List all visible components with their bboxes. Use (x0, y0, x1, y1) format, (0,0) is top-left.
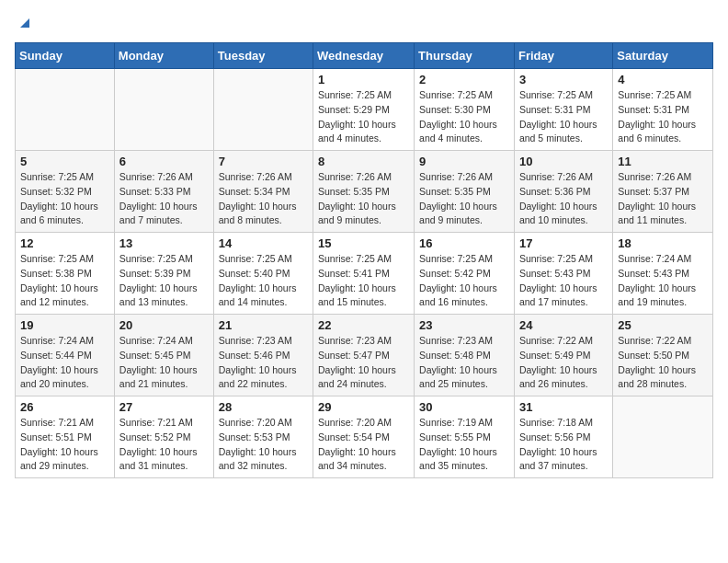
sunrise-text: Sunrise: 7:22 AM (618, 334, 708, 349)
weekday-header: Monday (114, 43, 213, 69)
sunrise-text: Sunrise: 7:26 AM (519, 170, 608, 185)
daylight-text: Daylight: 10 hours and 14 minutes. (219, 282, 308, 311)
daylight-text: Daylight: 10 hours and 9 minutes. (318, 200, 409, 229)
sunrise-text: Sunrise: 7:21 AM (119, 416, 209, 431)
day-number: 16 (419, 236, 509, 250)
day-info: Sunrise: 7:20 AMSunset: 5:54 PMDaylight:… (318, 416, 409, 474)
calendar-cell: 3Sunrise: 7:25 AMSunset: 5:31 PMDaylight… (514, 69, 612, 151)
sunset-text: Sunset: 5:44 PM (20, 349, 109, 363)
daylight-text: Daylight: 10 hours and 16 minutes. (419, 282, 509, 311)
sunset-text: Sunset: 5:30 PM (419, 103, 509, 118)
day-number: 6 (119, 155, 209, 168)
daylight-text: Daylight: 10 hours and 17 minutes. (519, 282, 608, 311)
day-info: Sunrise: 7:21 AMSunset: 5:51 PMDaylight:… (20, 416, 109, 474)
daylight-text: Daylight: 10 hours and 34 minutes. (318, 445, 409, 475)
calendar-cell (613, 396, 713, 478)
day-info: Sunrise: 7:24 AMSunset: 5:45 PMDaylight:… (119, 334, 209, 392)
day-number: 25 (618, 318, 708, 332)
weekday-header: Tuesday (213, 43, 313, 69)
calendar-cell: 28Sunrise: 7:20 AMSunset: 5:53 PMDayligh… (213, 396, 313, 478)
sunrise-text: Sunrise: 7:25 AM (318, 252, 409, 267)
day-number: 9 (419, 155, 509, 168)
sunset-text: Sunset: 5:29 PM (318, 103, 409, 118)
sunset-text: Sunset: 5:32 PM (20, 185, 109, 200)
daylight-text: Daylight: 10 hours and 4 minutes. (318, 118, 409, 147)
sunrise-text: Sunrise: 7:26 AM (419, 170, 509, 185)
daylight-text: Daylight: 10 hours and 21 minutes. (119, 363, 209, 393)
calendar-week-row: 26Sunrise: 7:21 AMSunset: 5:51 PMDayligh… (16, 396, 713, 478)
calendar-cell: 25Sunrise: 7:22 AMSunset: 5:50 PMDayligh… (613, 315, 713, 396)
calendar-cell: 14Sunrise: 7:25 AMSunset: 5:40 PMDayligh… (213, 233, 313, 315)
day-info: Sunrise: 7:26 AMSunset: 5:37 PMDaylight:… (618, 170, 708, 228)
day-number: 26 (20, 400, 109, 414)
day-number: 18 (618, 236, 708, 250)
day-number: 14 (219, 236, 308, 250)
calendar-cell: 31Sunrise: 7:18 AMSunset: 5:56 PMDayligh… (514, 396, 612, 478)
day-number: 21 (219, 318, 308, 332)
daylight-text: Daylight: 10 hours and 26 minutes. (519, 363, 608, 393)
sunset-text: Sunset: 5:52 PM (119, 431, 209, 445)
calendar-cell: 22Sunrise: 7:23 AMSunset: 5:47 PMDayligh… (313, 315, 415, 396)
daylight-text: Daylight: 10 hours and 10 minutes. (519, 200, 608, 229)
calendar-cell: 19Sunrise: 7:24 AMSunset: 5:44 PMDayligh… (16, 315, 115, 396)
calendar-table: SundayMondayTuesdayWednesdayThursdayFrid… (15, 42, 713, 478)
daylight-text: Daylight: 10 hours and 32 minutes. (219, 445, 308, 475)
sunrise-text: Sunrise: 7:26 AM (219, 170, 308, 185)
weekday-header: Thursday (415, 43, 515, 69)
svg-marker-0 (20, 18, 29, 28)
day-info: Sunrise: 7:21 AMSunset: 5:52 PMDaylight:… (119, 416, 209, 474)
day-info: Sunrise: 7:26 AMSunset: 5:33 PMDaylight:… (119, 170, 209, 228)
daylight-text: Daylight: 10 hours and 4 minutes. (419, 118, 509, 147)
calendar-cell (114, 69, 213, 151)
calendar-cell: 15Sunrise: 7:25 AMSunset: 5:41 PMDayligh… (313, 233, 415, 315)
sunset-text: Sunset: 5:37 PM (618, 185, 708, 200)
calendar-cell: 13Sunrise: 7:25 AMSunset: 5:39 PMDayligh… (114, 233, 213, 315)
daylight-text: Daylight: 10 hours and 28 minutes. (618, 363, 708, 393)
day-number: 27 (119, 400, 209, 414)
sunrise-text: Sunrise: 7:23 AM (219, 334, 308, 349)
day-info: Sunrise: 7:25 AMSunset: 5:38 PMDaylight:… (20, 252, 109, 310)
sunset-text: Sunset: 5:56 PM (519, 431, 608, 445)
day-number: 11 (618, 155, 708, 168)
sunset-text: Sunset: 5:39 PM (119, 267, 209, 282)
daylight-text: Daylight: 10 hours and 8 minutes. (219, 200, 308, 229)
weekday-header: Saturday (613, 43, 713, 69)
day-info: Sunrise: 7:26 AMSunset: 5:34 PMDaylight:… (219, 170, 308, 228)
sunset-text: Sunset: 5:46 PM (219, 349, 308, 363)
calendar-cell (16, 69, 115, 151)
calendar-header-row: SundayMondayTuesdayWednesdayThursdayFrid… (16, 43, 713, 69)
sunset-text: Sunset: 5:35 PM (419, 185, 509, 200)
day-info: Sunrise: 7:23 AMSunset: 5:46 PMDaylight:… (219, 334, 308, 392)
day-info: Sunrise: 7:24 AMSunset: 5:44 PMDaylight:… (20, 334, 109, 392)
day-info: Sunrise: 7:23 AMSunset: 5:48 PMDaylight:… (419, 334, 509, 392)
day-number: 20 (119, 318, 209, 332)
daylight-text: Daylight: 10 hours and 9 minutes. (419, 200, 509, 229)
calendar-cell: 20Sunrise: 7:24 AMSunset: 5:45 PMDayligh… (114, 315, 213, 396)
logo-icon (17, 15, 33, 31)
day-number: 10 (519, 155, 608, 168)
calendar-cell: 16Sunrise: 7:25 AMSunset: 5:42 PMDayligh… (415, 233, 515, 315)
calendar-cell: 17Sunrise: 7:25 AMSunset: 5:43 PMDayligh… (514, 233, 612, 315)
sunrise-text: Sunrise: 7:23 AM (318, 334, 409, 349)
page-header (15, 15, 713, 31)
day-info: Sunrise: 7:25 AMSunset: 5:42 PMDaylight:… (419, 252, 509, 310)
calendar-cell: 21Sunrise: 7:23 AMSunset: 5:46 PMDayligh… (213, 315, 313, 396)
day-info: Sunrise: 7:25 AMSunset: 5:40 PMDaylight:… (219, 252, 308, 310)
sunrise-text: Sunrise: 7:25 AM (419, 252, 509, 267)
daylight-text: Daylight: 10 hours and 5 minutes. (519, 118, 608, 147)
daylight-text: Daylight: 10 hours and 35 minutes. (419, 445, 509, 475)
sunset-text: Sunset: 5:48 PM (419, 349, 509, 363)
sunset-text: Sunset: 5:54 PM (318, 431, 409, 445)
calendar-cell: 24Sunrise: 7:22 AMSunset: 5:49 PMDayligh… (514, 315, 612, 396)
day-info: Sunrise: 7:26 AMSunset: 5:35 PMDaylight:… (318, 170, 409, 228)
day-info: Sunrise: 7:25 AMSunset: 5:41 PMDaylight:… (318, 252, 409, 310)
daylight-text: Daylight: 10 hours and 22 minutes. (219, 363, 308, 393)
calendar-cell: 8Sunrise: 7:26 AMSunset: 5:35 PMDaylight… (313, 151, 415, 233)
sunrise-text: Sunrise: 7:24 AM (20, 334, 109, 349)
sunrise-text: Sunrise: 7:25 AM (519, 88, 608, 103)
sunrise-text: Sunrise: 7:25 AM (20, 252, 109, 267)
day-number: 5 (20, 155, 109, 168)
day-info: Sunrise: 7:25 AMSunset: 5:43 PMDaylight:… (519, 252, 608, 310)
daylight-text: Daylight: 10 hours and 31 minutes. (119, 445, 209, 475)
day-number: 15 (318, 236, 409, 250)
